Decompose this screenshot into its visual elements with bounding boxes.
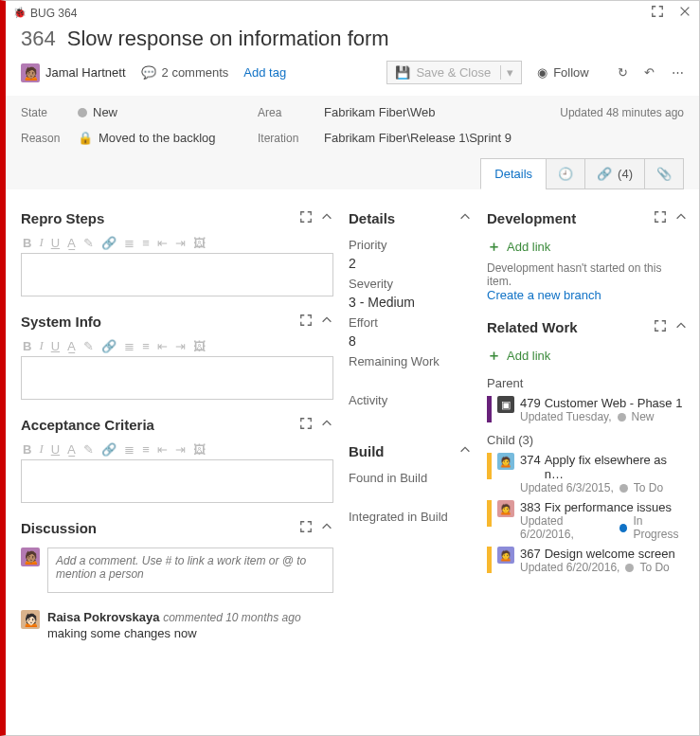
expand-icon[interactable] xyxy=(654,210,667,226)
tab-details[interactable]: Details xyxy=(480,158,547,189)
numbered-icon[interactable]: ≡ xyxy=(142,339,150,353)
expand-icon[interactable] xyxy=(299,520,313,536)
clear-format-icon[interactable]: ✎ xyxy=(83,236,94,250)
paperclip-icon: 📎 xyxy=(656,167,672,181)
expand-icon[interactable] xyxy=(299,314,313,330)
collapse-icon[interactable] xyxy=(320,520,333,536)
clear-format-icon[interactable]: ✎ xyxy=(83,442,94,457)
insert-image-icon[interactable]: 🖼 xyxy=(193,339,206,353)
font-color-icon[interactable]: A̲ xyxy=(67,236,76,250)
italic-icon[interactable]: I xyxy=(39,235,43,250)
font-color-icon[interactable]: A̲ xyxy=(67,442,76,457)
add-tag-button[interactable]: Add tag xyxy=(243,65,286,80)
effort-field[interactable]: 8 xyxy=(349,333,472,349)
collapse-icon[interactable] xyxy=(458,210,472,226)
more-actions-icon[interactable]: ⋯ xyxy=(672,65,684,80)
numbered-icon[interactable]: ≡ xyxy=(142,236,150,250)
related-item-child[interactable]: 🙍 367 Design welcome screen Updated 6/20… xyxy=(487,547,688,574)
state-field[interactable]: New xyxy=(78,105,258,119)
tab-attachments[interactable]: 📎 xyxy=(644,158,684,189)
expand-icon[interactable] xyxy=(299,210,313,226)
remaining-field[interactable] xyxy=(349,372,472,387)
italic-icon[interactable]: I xyxy=(39,441,43,457)
tab-history[interactable]: 🕘 xyxy=(546,158,585,189)
expand-icon[interactable] xyxy=(299,417,313,433)
plus-icon: ＋ xyxy=(487,238,501,256)
refresh-icon[interactable]: ↻ xyxy=(618,65,628,80)
area-field[interactable]: Fabrikam Fiber\Web xyxy=(324,105,523,119)
title-text: Slow response on information form xyxy=(67,27,389,51)
save-and-close-button[interactable]: 💾 Save & Close ▾ xyxy=(386,61,522,84)
indent-icon[interactable]: ⇥ xyxy=(175,339,186,353)
underline-icon[interactable]: U xyxy=(51,236,60,250)
repro-steps-title: Repro Steps xyxy=(21,210,292,226)
work-meta: Updated 6/20/2016, xyxy=(520,561,619,574)
sysinfo-editor[interactable] xyxy=(21,356,333,400)
commenter-avatar: 🙍🏻 xyxy=(21,610,40,629)
italic-icon[interactable]: I xyxy=(39,338,43,353)
dev-add-link[interactable]: ＋ Add link xyxy=(487,238,688,256)
integrated-build-field[interactable] xyxy=(349,528,472,543)
related-add-link[interactable]: ＋ Add link xyxy=(487,347,688,365)
collapse-icon[interactable] xyxy=(674,319,688,335)
comments-link[interactable]: 💬 2 comments xyxy=(141,65,229,80)
related-item-child[interactable]: 🙍 374 Apply fix elsewhere as n… Updated … xyxy=(487,453,688,494)
indent-icon[interactable]: ⇥ xyxy=(175,236,186,250)
related-item-child[interactable]: 🙍 383 Fix performance issues Updated 6/2… xyxy=(487,500,688,541)
hyperlink-icon[interactable]: 🔗 xyxy=(101,339,117,353)
collapse-icon[interactable] xyxy=(674,210,688,226)
outdent-icon[interactable]: ⇤ xyxy=(157,339,168,353)
activity-field[interactable] xyxy=(349,411,472,426)
activity-label: Activity xyxy=(349,393,472,407)
font-color-icon[interactable]: A̲ xyxy=(67,339,76,353)
acceptance-editor[interactable] xyxy=(21,459,333,503)
save-dropdown-icon[interactable]: ▾ xyxy=(500,65,513,80)
hyperlink-icon[interactable]: 🔗 xyxy=(101,442,117,457)
underline-icon[interactable]: U xyxy=(51,339,60,353)
bullets-icon[interactable]: ≣ xyxy=(124,442,135,457)
related-item-parent[interactable]: ▣ 479 Customer Web - Phase 1 Updated Tue… xyxy=(487,396,688,423)
undo-icon[interactable]: ↶ xyxy=(644,65,655,80)
create-branch-link[interactable]: Create a new branch xyxy=(487,288,688,302)
insert-image-icon[interactable]: 🖼 xyxy=(193,442,206,457)
discussion-input[interactable] xyxy=(47,548,333,593)
severity-field[interactable]: 3 - Medium xyxy=(349,295,472,310)
repro-steps-editor[interactable] xyxy=(21,253,333,296)
work-id: 479 xyxy=(520,396,541,410)
bullets-icon[interactable]: ≣ xyxy=(124,236,135,250)
assignee-chip[interactable]: 🙍🏽 Jamal Hartnett xyxy=(21,63,126,82)
collapse-icon[interactable] xyxy=(320,417,333,433)
repro-steps-header: Repro Steps xyxy=(21,210,333,226)
fullscreen-icon[interactable] xyxy=(651,8,667,21)
clear-format-icon[interactable]: ✎ xyxy=(83,339,94,353)
area-value: Fabrikam Fiber\Web xyxy=(324,105,436,119)
work-item-title[interactable]: 364 Slow response on information form xyxy=(21,27,684,51)
bold-icon[interactable]: B xyxy=(23,442,31,457)
related-work-title: Related Work xyxy=(487,319,646,335)
tab-links[interactable]: 🔗 (4) xyxy=(584,158,645,189)
collapse-icon[interactable] xyxy=(320,314,333,330)
expand-icon[interactable] xyxy=(654,319,667,335)
bold-icon[interactable]: B xyxy=(23,339,31,353)
reason-field[interactable]: 🔒 Moved to the backlog xyxy=(78,131,258,145)
follow-button[interactable]: ◉ Follow xyxy=(537,65,589,80)
close-icon[interactable] xyxy=(678,8,691,21)
found-build-field[interactable] xyxy=(349,489,472,504)
iteration-field[interactable]: Fabrikam Fiber\Release 1\Sprint 9 xyxy=(324,131,523,145)
area-label: Area xyxy=(258,106,324,119)
bullets-icon[interactable]: ≣ xyxy=(124,339,135,353)
work-item-window: 🐞 BUG 364 364 Slow response on informati… xyxy=(0,0,700,736)
insert-image-icon[interactable]: 🖼 xyxy=(193,236,206,250)
collapse-icon[interactable] xyxy=(458,443,472,459)
repro-toolbar: B I U A̲ ✎ 🔗 ≣ ≡ ⇤ ⇥ 🖼 xyxy=(21,232,333,253)
numbered-icon[interactable]: ≡ xyxy=(142,442,150,457)
collapse-icon[interactable] xyxy=(320,210,333,226)
outdent-icon[interactable]: ⇤ xyxy=(157,442,168,457)
indent-icon[interactable]: ⇥ xyxy=(175,442,186,457)
underline-icon[interactable]: U xyxy=(51,442,60,457)
bold-icon[interactable]: B xyxy=(23,236,31,250)
outdent-icon[interactable]: ⇤ xyxy=(157,236,168,250)
hyperlink-icon[interactable]: 🔗 xyxy=(101,236,117,250)
priority-field[interactable]: 2 xyxy=(349,256,472,271)
watch-icon: ◉ xyxy=(537,65,547,80)
